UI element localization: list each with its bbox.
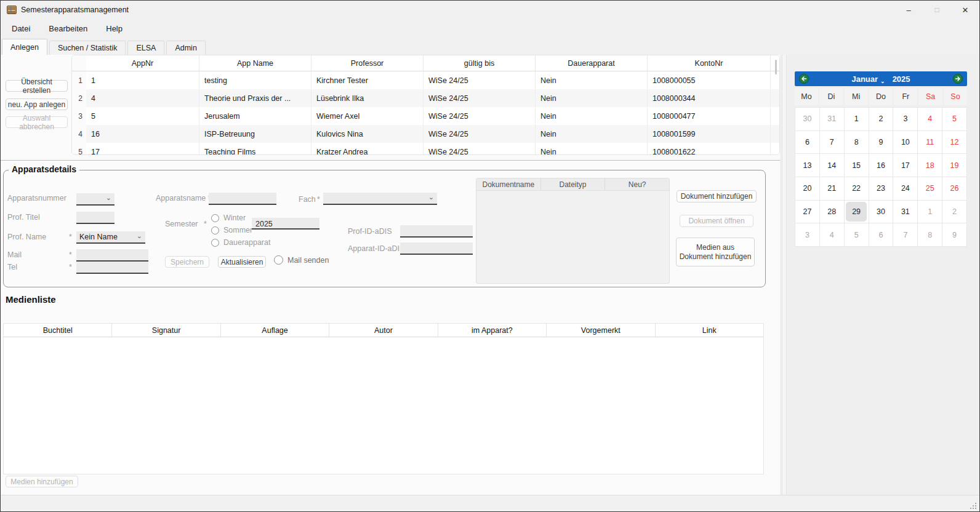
sidebar-button-auswahl-abbrechen[interactable]: Auswahl abbrechen [6,116,68,128]
calendar-date[interactable]: 2 [942,201,966,223]
calendar-date[interactable]: 20 [795,177,819,200]
maximize-button[interactable]: □ [923,1,951,19]
calendar-date[interactable]: 22 [845,177,869,200]
calendar-date[interactable]: 3 [893,108,917,130]
column-header-dauerapparat[interactable]: Dauerapparat [536,55,648,71]
table-row[interactable]: 11testingKirchner TesterWiSe 24/25Nein10… [72,71,779,89]
apparatsname-field[interactable] [209,193,276,205]
table-row[interactable]: 517Teaching FilmsKratzer AndreaWiSe 24/2… [72,143,779,155]
calendar-date[interactable]: 28 [820,201,844,223]
calendar-month-year[interactable]: Januar⌄2025 [851,74,910,84]
semester-radio-dauerapparat[interactable]: Dauerapparat [211,238,270,247]
calendar-next-button[interactable] [953,74,963,84]
mail-field[interactable] [76,249,148,262]
dokument-hinzufuegen-button[interactable]: Dokument hinzufügen [677,190,757,202]
speichern-button[interactable]: Speichern [165,256,209,268]
table-scrollbar[interactable] [775,60,777,74]
tab-suchen-statistik[interactable]: Suchen / Statistik [49,41,126,55]
tab-admin[interactable]: Admin [166,41,205,55]
tel-field[interactable] [76,262,148,274]
semester-radio-winter[interactable]: Winter [211,214,246,222]
calendar-date[interactable]: 30 [869,201,893,223]
sidebar-button-neu-app-anlegen[interactable]: neu. App anlegen [6,98,68,110]
calendar-date[interactable]: 17 [893,154,917,177]
calendar-date[interactable]: 30 [795,108,819,130]
column-header-gultig-bis[interactable]: gültig bis [424,55,536,71]
calendar-date[interactable]: 8 [918,223,942,246]
calendar-date[interactable]: 14 [820,154,844,177]
calendar-date[interactable]: 31 [820,108,844,130]
table-row[interactable]: 35JerusalemWiemer AxelWiSe 24/25Nein1008… [72,107,779,125]
column-header-app-name[interactable]: App Name [199,55,311,71]
aktualisieren-button[interactable]: Aktualisieren [218,256,266,268]
column-header-professor[interactable]: Professor [311,55,424,71]
calendar-date[interactable]: 24 [893,177,917,200]
prof-titel-field[interactable] [76,212,114,224]
mail-senden-checkbox[interactable]: Mail senden [274,255,329,265]
medien-column-header-im-apparat[interactable]: im Apparat? [438,324,547,337]
medien-column-header-auflage[interactable]: Auflage [221,324,329,337]
medien-column-header-autor[interactable]: Autor [329,324,438,337]
close-button[interactable]: ✕ [951,1,979,19]
calendar-date[interactable]: 29 [845,201,869,223]
semester-radio-sommer[interactable]: Sommer [211,226,252,234]
table-row[interactable]: 24Theorie und Praxis der ...Lüsebrink Il… [72,89,779,107]
doc-column-header-dateityp[interactable]: Dateityp [541,178,606,190]
calendar-date[interactable]: 10 [893,131,917,154]
apparatsnummer-select[interactable]: ⌄ [76,193,114,206]
medien-hinzufuegen-button[interactable]: Medien hinzufügen [6,476,78,487]
calendar-date[interactable]: 27 [795,201,819,223]
calendar-date[interactable]: 18 [918,154,942,177]
calendar-date[interactable]: 31 [893,201,917,223]
menu-item-bearbeiten[interactable]: Bearbeiten [47,22,89,35]
fach-select[interactable]: ⌄ [323,193,437,205]
calendar-date[interactable]: 1 [918,201,942,223]
calendar-prev-button[interactable] [799,74,809,84]
prof-id-adis-field[interactable] [400,225,473,238]
medien-column-header-vorgemerkt[interactable]: Vorgemerkt [547,324,655,337]
calendar-date[interactable]: 15 [845,154,869,177]
calendar-date[interactable]: 19 [942,154,966,177]
calendar-date[interactable]: 9 [942,223,966,246]
minimize-button[interactable]: – [894,1,923,19]
sidebar-button-ubersicht-erstellen[interactable]: Übersicht erstellen [6,80,68,92]
tab-anlegen[interactable]: Anlegen [2,39,47,55]
calendar-date[interactable]: 6 [869,223,893,246]
calendar-date[interactable]: 7 [820,131,844,154]
calendar-date[interactable]: 1 [845,108,869,130]
calendar-date[interactable]: 5 [845,223,869,246]
column-header-kontonr[interactable]: KontoNr [648,55,771,71]
dokument-oeffnen-button[interactable]: Dokument öffnen [680,215,753,227]
menu-item-datei[interactable]: Datei [10,22,31,35]
calendar-date[interactable]: 11 [918,131,942,154]
medien-column-header-link[interactable]: Link [656,324,763,337]
calendar-date[interactable]: 23 [869,177,893,200]
doc-column-header-neu[interactable]: Neu? [605,178,669,190]
calendar-date[interactable]: 4 [820,223,844,246]
calendar-date[interactable]: 26 [942,177,966,200]
vertical-scrollbar[interactable] [782,55,787,495]
calendar-date[interactable]: 4 [918,108,942,130]
column-header-appnr[interactable]: AppNr [86,55,199,71]
calendar-date[interactable]: 25 [918,177,942,200]
medien-aus-dokument-button[interactable]: Medien aus Dokument hinzufügen [676,238,755,266]
calendar-date[interactable]: 8 [845,131,869,154]
calendar-date[interactable]: 7 [893,223,917,246]
calendar-date[interactable]: 3 [795,223,819,246]
calendar-date[interactable]: 21 [820,177,844,200]
prof-name-select[interactable]: Kein Name ⌄ [76,231,145,244]
medien-column-header-signatur[interactable]: Signatur [112,324,220,337]
calendar-date[interactable]: 12 [942,131,966,154]
calendar-date[interactable]: 9 [869,131,893,154]
resize-grip[interactable] [975,503,976,504]
calendar-date[interactable]: 5 [942,108,966,130]
calendar-date[interactable]: 6 [795,131,819,154]
calendar-date[interactable]: 2 [869,108,893,130]
table-row[interactable]: 416ISP-BetreuungKulovics NinaWiSe 24/25N… [72,125,779,143]
menu-item-help[interactable]: Help [105,22,124,35]
calendar-date[interactable]: 16 [869,154,893,177]
apparat-id-adis-field[interactable] [400,242,473,255]
medien-column-header-buchtitel[interactable]: Buchtitel [4,324,112,337]
semester-year-field[interactable]: 2025 [252,218,319,230]
tab-elsa[interactable]: ELSA [127,41,164,55]
